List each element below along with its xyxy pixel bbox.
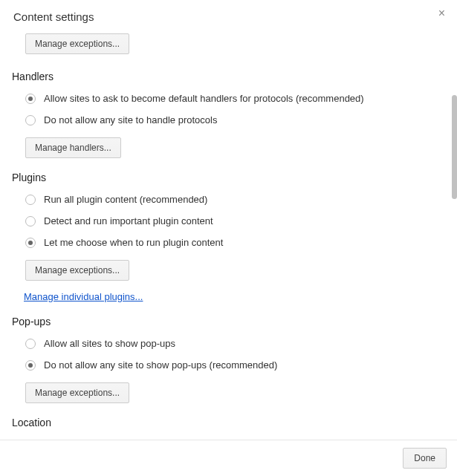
- radio-label: Detect and run important plugin content: [44, 215, 213, 226]
- radio-icon: [25, 339, 36, 349]
- done-button[interactable]: Done: [403, 448, 447, 469]
- manage-individual-plugins-link[interactable]: Manage individual plugins...: [24, 291, 143, 302]
- dialog-title: Content settings: [13, 10, 444, 23]
- manage-exceptions-popups-button[interactable]: Manage exceptions...: [25, 382, 129, 403]
- manage-exceptions-button-top[interactable]: Manage exceptions...: [25, 33, 129, 54]
- popups-title: Pop-ups: [12, 316, 444, 327]
- radio-label: Allow all sites to show pop-ups: [44, 338, 175, 349]
- radio-icon: [25, 360, 36, 371]
- radio-label: Do not allow any site to handle protocol…: [44, 114, 217, 125]
- radio-icon: [25, 115, 36, 125]
- plugins-title: Plugins: [12, 172, 444, 183]
- radio-icon: [25, 94, 36, 104]
- popups-section: Pop-ups Allow all sites to show pop-ups …: [25, 316, 444, 403]
- dialog-footer: Done: [0, 440, 457, 476]
- plugins-radio-choose[interactable]: Let me choose when to run plugin content: [25, 237, 444, 248]
- dialog-header: Content settings ×: [0, 0, 457, 29]
- radio-label: Run all plugin content (recommended): [44, 194, 207, 205]
- handlers-radio-allow[interactable]: Allow sites to ask to become default han…: [25, 93, 444, 104]
- radio-icon: [25, 216, 36, 226]
- scrollbar-thumb[interactable]: [452, 95, 457, 199]
- radio-icon: [25, 195, 36, 205]
- location-title: Location: [12, 417, 444, 428]
- radio-icon: [25, 238, 36, 248]
- radio-label: Allow sites to ask to become default han…: [44, 93, 364, 104]
- handlers-section: Handlers Allow sites to ask to become de…: [25, 71, 444, 158]
- plugins-radio-runall[interactable]: Run all plugin content (recommended): [25, 194, 444, 205]
- plugins-section: Plugins Run all plugin content (recommen…: [25, 172, 444, 302]
- prior-section-button-wrap: Manage exceptions...: [25, 32, 444, 54]
- radio-label: Do not allow any site to show pop-ups (r…: [44, 359, 277, 371]
- popups-radio-allow[interactable]: Allow all sites to show pop-ups: [25, 338, 444, 349]
- radio-label: Let me choose when to run plugin content: [44, 237, 223, 248]
- close-icon[interactable]: ×: [434, 6, 450, 21]
- plugins-radio-detect[interactable]: Detect and run important plugin content: [25, 215, 444, 226]
- content-scroll-area[interactable]: Manage exceptions... Handlers Allow site…: [0, 29, 457, 436]
- handlers-title: Handlers: [12, 71, 444, 82]
- content-settings-dialog: Content settings × Manage exceptions... …: [0, 0, 457, 476]
- location-section: Location: [25, 417, 444, 428]
- handlers-radio-deny[interactable]: Do not allow any site to handle protocol…: [25, 114, 444, 125]
- manage-exceptions-plugins-button[interactable]: Manage exceptions...: [25, 260, 129, 281]
- manage-handlers-button[interactable]: Manage handlers...: [25, 137, 121, 158]
- popups-radio-deny[interactable]: Do not allow any site to show pop-ups (r…: [25, 359, 444, 371]
